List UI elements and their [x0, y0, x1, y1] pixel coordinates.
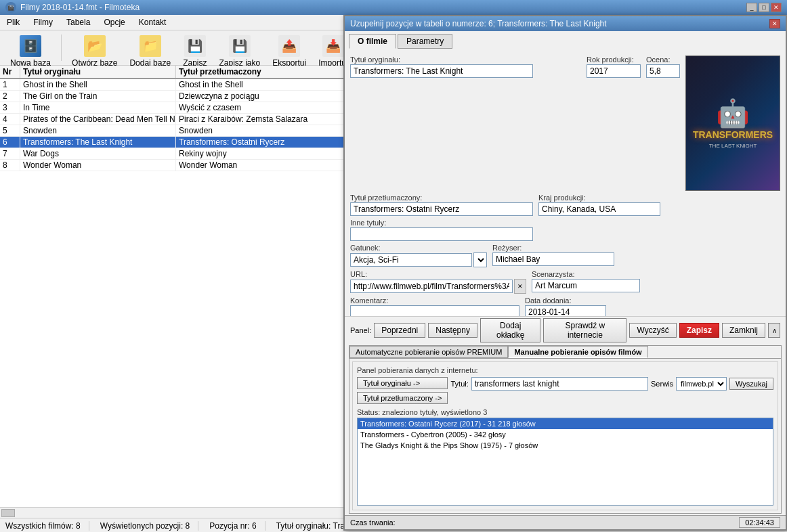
table-row[interactable]: 3 In Time Wyścić z czasem: [0, 102, 345, 114]
serwis-select[interactable]: filmweb.pl imdb.com: [676, 377, 727, 391]
ocena-label: Ocena:: [646, 56, 680, 64]
kraj-input[interactable]: [538, 202, 660, 216]
table-row[interactable]: 4 Pirates of the Caribbean: Dead Men Tel…: [0, 114, 345, 125]
menu-plik[interactable]: Plik: [3, 16, 24, 28]
rezyser-input[interactable]: [492, 252, 614, 266]
panel-label: Panel:: [350, 326, 371, 334]
new-db-button[interactable]: 🗄️ Nowa baza: [5, 33, 56, 70]
table-row[interactable]: 8 Wonder Woman Wonder Woman: [0, 160, 345, 171]
gatunek-label: Gatunek:: [350, 244, 487, 252]
minimize-btn[interactable]: _: [746, 3, 757, 12]
url-clear-btn[interactable]: ✕: [514, 279, 526, 294]
poprzedni-btn[interactable]: Poprzedni: [374, 323, 425, 338]
results-list[interactable]: Transformers: Ostatni Rycerz (2017) - 31…: [357, 418, 773, 506]
ocena-input[interactable]: [646, 64, 680, 78]
search-label: Tytuł:: [450, 380, 468, 388]
sprawdz-internet-btn[interactable]: Sprawdź w internecie: [543, 318, 626, 342]
result-item[interactable]: Transformers - Cybertron (2005) - 342 gł…: [358, 429, 773, 440]
dialog-title-text: Uzupełnij pozycje w tabeli o numerze: 6;…: [350, 19, 607, 28]
menu-opcje[interactable]: Opcje: [100, 16, 129, 28]
serwis-label: Serwis: [651, 380, 673, 388]
table-row[interactable]: 1 Ghost in the Shell Ghost in the Shell: [0, 79, 345, 91]
dialog-content: Tytuł oryginału: Rok produkcji: Ocena:: [345, 53, 786, 316]
inne-tytuly-group: Inne tytuły:: [350, 219, 533, 241]
dialog-titlebar: Uzupełnij pozycje w tabeli o numerze: 6;…: [345, 16, 786, 31]
ocena-group: Ocena:: [646, 56, 680, 191]
tab-parametry[interactable]: Parametry: [398, 34, 452, 49]
table-row-selected[interactable]: 6 Transformers: The Last Knight Transfor…: [0, 137, 345, 148]
search-input[interactable]: [471, 377, 648, 391]
add-db-button[interactable]: 📁 Dodaj bazę: [125, 33, 175, 70]
col-header-title: Tytuł oryginału: [20, 66, 176, 78]
auto-panel: Automatyczne pobieranie opisów PREMIUM M…: [349, 345, 782, 514]
horizontal-scrollbar[interactable]: [0, 507, 345, 518]
save-button[interactable]: 💾 Zapisz: [178, 33, 211, 70]
czas-value: 02:34:43: [739, 517, 780, 528]
table-body: 1 Ghost in the Shell Ghost in the Shell …: [0, 79, 345, 507]
komentarz-group: Komentarz:: [350, 296, 519, 316]
gatunek-group: Gatunek: ▼: [350, 244, 487, 267]
film-table: Nr Tytuł oryginału Tytuł przetłumaczony …: [0, 66, 345, 518]
window-title: Filmy 2018-01-14.fmt - Filmoteka: [20, 3, 140, 12]
export-button[interactable]: 📤 Eksportuj: [268, 33, 311, 70]
rok-group: Rok produkcji:: [587, 56, 641, 191]
table-row[interactable]: 5 Snowden Snowden: [0, 125, 345, 137]
dialog-bottom-bar: Czas trwania: 02:34:43: [345, 515, 786, 529]
save-as-button[interactable]: 💾 Zapisz jako: [214, 33, 265, 70]
auto-tab-manual[interactable]: Manualne pobieranie opisów filmów: [508, 346, 647, 358]
dialog-close-btn[interactable]: ✕: [769, 19, 780, 28]
tytul-trans-src-btn[interactable]: Tytuł przetłumaczony ->: [357, 392, 448, 404]
dodaj-okladke-btn[interactable]: Dodaj okładkę: [480, 318, 540, 342]
url-label: URL:: [350, 270, 526, 278]
rok-input[interactable]: [587, 64, 641, 78]
tytul-oryginalu-src-btn[interactable]: Tytuł oryginału ->: [357, 377, 448, 389]
form-row-4: Gatunek: ▼ Reżyser:: [350, 244, 780, 267]
zamknij-btn[interactable]: Zamknij: [722, 323, 765, 338]
tab-o-filmie[interactable]: O filmie: [349, 34, 396, 49]
scenarzysta-label: Scenarzysta:: [532, 270, 640, 278]
expand-btn[interactable]: ∧: [768, 323, 780, 338]
tytul-trans-label: Tytuł przetłumaczony:: [350, 194, 533, 202]
maximize-btn[interactable]: □: [759, 3, 769, 12]
tytul-oryginalu-label: Tytuł oryginału:: [350, 56, 581, 64]
wyczysc-btn[interactable]: Wyczyść: [629, 323, 676, 338]
auto-tab-premium[interactable]: Automatyczne pobieranie opisów PREMIUM: [349, 346, 508, 358]
rezyser-group: Reżyser:: [492, 244, 614, 267]
result-item[interactable]: Transformers: Ostatni Rycerz (2017) - 31…: [358, 418, 773, 429]
data-label: Data dodania:: [525, 296, 606, 305]
tytul-oryginalu-input[interactable]: [350, 64, 533, 78]
url-group: URL: ✕: [350, 270, 526, 294]
scenarzysta-input[interactable]: [532, 279, 640, 292]
dialog-tabs-area: O filmie Parametry: [345, 31, 786, 53]
dialog-tabs: O filmie Parametry: [349, 34, 782, 49]
gatunek-select[interactable]: ▼: [473, 252, 487, 267]
url-input[interactable]: [350, 280, 513, 293]
close-btn[interactable]: ✕: [771, 3, 782, 12]
komentarz-input[interactable]: [350, 305, 519, 316]
tytul-trans-input[interactable]: [350, 202, 533, 216]
rezyser-label: Reżyser:: [492, 244, 614, 252]
inne-tytuly-label: Inne tytuły:: [350, 219, 533, 227]
komentarz-label: Komentarz:: [350, 296, 519, 305]
menu-tabela[interactable]: Tabela: [62, 16, 94, 28]
search-area: Tytuł oryginału -> Tytuł przetłumaczony …: [357, 377, 773, 405]
status-text: Status: znaleziono tytuły, wyświetlono 3: [357, 408, 773, 416]
data-input[interactable]: [525, 305, 606, 316]
gatunek-input[interactable]: [350, 253, 472, 267]
table-row[interactable]: 2 The Girl on the Train Dziewczyna z poc…: [0, 91, 345, 102]
menu-filmy[interactable]: Filmy: [29, 16, 57, 28]
nastepny-btn[interactable]: Następny: [428, 323, 477, 338]
col-header-nr: Nr: [0, 66, 20, 78]
result-item[interactable]: The Gladys Knight & the Pips Show (1975)…: [358, 440, 773, 451]
table-row[interactable]: 7 War Dogs Rekiny wojny: [0, 148, 345, 160]
panel-inner: Panel pobierania danych z internetu: Tyt…: [352, 361, 778, 510]
scrollbar-thumb[interactable]: [1, 509, 15, 517]
form-row-1: Tytuł oryginału: Rok produkcji: Ocena:: [350, 56, 780, 191]
open-db-button[interactable]: 📂 Otwórz bazę: [67, 33, 122, 70]
form-row-3: Inne tytuły:: [350, 219, 780, 241]
inne-tytuly-input[interactable]: [350, 227, 533, 241]
zapisz-btn[interactable]: Zapisz: [679, 323, 719, 338]
wyszukaj-btn[interactable]: Wyszukaj: [729, 378, 773, 390]
app-icon: 🎬: [5, 2, 16, 13]
menu-kontakt[interactable]: Kontakt: [135, 16, 171, 28]
